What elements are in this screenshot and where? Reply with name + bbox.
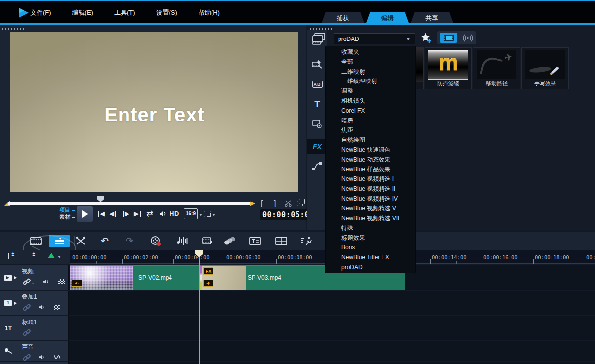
go-to-end-button[interactable]: ▶ [134,209,142,218]
next-frame-button[interactable]: ▶ [122,209,129,218]
dropdown-item[interactable]: 收藏夹 [326,47,415,57]
link-toggle[interactable]: ▼ [23,355,30,360]
library-thumbnail[interactable]: 移动路径 [473,47,520,89]
track-name: 标题1 [22,318,37,326]
dropdown-item[interactable]: 调整 [326,86,415,96]
dropdown-item[interactable]: proDAD [326,263,415,273]
track-header[interactable]: 音乐1 ▼ [0,362,69,364]
dropdown-item[interactable]: 暗房 [326,116,415,126]
clip-filename: SP-V03.mp4 [248,274,281,281]
dropdown-item[interactable]: 三维纹理映射 [326,77,415,86]
graphic-icon[interactable] [307,117,327,131]
thumbnail-label: 手写效果 [522,80,568,87]
mark-out-button[interactable]: ] [274,200,276,207]
menu-row: 文件(F) 编辑(E) 工具(T) 设置(S) 帮助(H) [27,1,223,24]
previous-frame-button[interactable]: ◀ [109,209,117,218]
dropdown-item[interactable]: 焦距 [326,125,415,135]
paint-creator-button[interactable] [222,235,237,247]
ripple-edit-toggle[interactable]: ▼ [48,253,61,258]
mode-clip-label[interactable]: 素材 [47,213,75,220]
mode-project-label[interactable]: 项目 [47,206,75,213]
hd-toggle[interactable]: HD [170,209,179,218]
title-icon[interactable]: T [307,97,327,112]
filter-fx-icon[interactable]: FX [307,139,327,154]
auto-music-button[interactable] [201,235,215,247]
waveform-toggle[interactable] [54,355,61,360]
track-header[interactable]: 叠加1 ▼ [0,291,69,315]
redo-button[interactable]: ↷ [122,235,137,247]
subtitle-editor-button[interactable] [248,235,262,247]
dropdown-item[interactable]: NewBlue 快速调色 [326,145,415,155]
fx-badge: FX [203,267,213,275]
panel-grip-handle[interactable] [2,28,25,30]
motion-path-icon[interactable] [307,159,327,174]
mark-in-button[interactable]: [ [261,200,263,207]
show-audio-toggle[interactable] [462,34,474,42]
transition-icon[interactable]: AB [307,77,327,92]
mute-toggle[interactable] [39,354,45,360]
library-thumbnail[interactable]: 手写效果 [521,47,569,89]
library-nav-strip: AB T FX [307,30,327,230]
dropdown-item[interactable]: 特殊 [326,223,415,233]
loop-playback-icon[interactable]: ⇄ [146,209,153,218]
thumbnail-image [428,50,468,79]
volume-icon[interactable] [159,209,167,218]
menu-bar: 文件(F) 编辑(E) 工具(T) 设置(S) 帮助(H) 捕获 编辑 共享 [0,0,595,25]
split-clip-scissors-icon[interactable] [285,200,292,207]
timeline-clip[interactable]: SP-V02.mp4 [70,265,199,290]
dropdown-item[interactable]: 全部 [326,57,415,67]
menu-item[interactable]: 编辑(E) [69,6,96,19]
track-header[interactable]: 声音 ▼ [0,341,69,361]
dropdown-item[interactable]: NewBlue 动态效果 [326,155,415,165]
transparency-toggle[interactable] [54,305,60,310]
scrubber-marker[interactable] [97,196,104,202]
trim-end-handle[interactable] [250,201,255,206]
play-button[interactable] [77,206,93,222]
link-toggle[interactable]: ▼ [23,305,30,310]
enlarge-preview-button[interactable]: ▼ [204,209,216,218]
menu-item[interactable]: 工具(T) [111,6,138,19]
menu-item[interactable]: 帮助(H) [195,6,223,19]
dropdown-item[interactable]: NewBlue Titler EX [326,253,415,263]
dropdown-item[interactable]: 二维映射 [326,67,415,77]
dropdown-item[interactable]: 标题效果 [326,233,415,243]
duplicate-clip-button[interactable] [297,201,303,206]
show-video-toggle[interactable] [440,33,457,43]
workflow-tab[interactable]: 捕获 [321,12,365,24]
dropdown-item[interactable]: Corel FX [326,106,415,116]
dropdown-item[interactable]: NewBlue 视频精选 V [326,204,415,214]
workflow-tabs: 捕获 编辑 共享 [321,12,454,24]
dropdown-item[interactable]: NewBlue 视频精选 I [326,174,415,184]
track-header[interactable]: 标题1 ▼ [0,316,69,340]
split-screen-template-button[interactable] [274,235,289,247]
dropdown-item[interactable]: NewBlue 视频精选 VII [326,214,415,224]
dropdown-item[interactable]: NewBlue 样品效果 [326,165,415,175]
gallery-icon [312,33,325,43]
add-to-favorites-icon[interactable] [420,32,433,44]
mute-toggle[interactable] [39,304,45,310]
motion-tracking-button[interactable] [299,235,314,247]
aspect-ratio-selector[interactable]: 16:9▼ [184,209,203,218]
menu-item[interactable]: 设置(S) [153,6,180,19]
category-dropdown-select[interactable]: proDAD ▼ [334,33,415,44]
sound-mixer-button[interactable] [174,235,189,247]
media-type-toggle-group [437,31,476,44]
undo-button[interactable]: ↶ [97,235,112,247]
videostudio-window: 文件(F) 编辑(E) 工具(T) 设置(S) 帮助(H) 捕获 编辑 共享 E [0,0,595,364]
workflow-tab[interactable]: 编辑 [366,12,409,24]
dropdown-item[interactable]: 自然绘图 [326,135,415,145]
record-capture-button[interactable] [148,235,163,247]
dropdown-item[interactable]: Boris [326,243,415,253]
go-to-start-button[interactable]: ◀ [97,209,105,218]
workflow-tab[interactable]: 共享 [410,12,454,24]
library-thumbnail[interactable]: 防抖滤镜 [425,47,472,89]
dropdown-item[interactable]: 相机镜头 [326,96,415,106]
dropdown-item[interactable]: NewBlue 视频精选 II [326,184,415,194]
track-type-icon [2,341,15,361]
dropdown-item[interactable]: NewBlue 视频精选 IV [326,194,415,204]
track-row: 声音 ▼ [0,341,595,361]
menu-item[interactable]: 文件(F) [27,6,54,19]
trim-bar[interactable] [8,202,250,205]
link-toggle[interactable]: ▼ [23,330,30,335]
instant-project-icon[interactable] [307,57,327,72]
